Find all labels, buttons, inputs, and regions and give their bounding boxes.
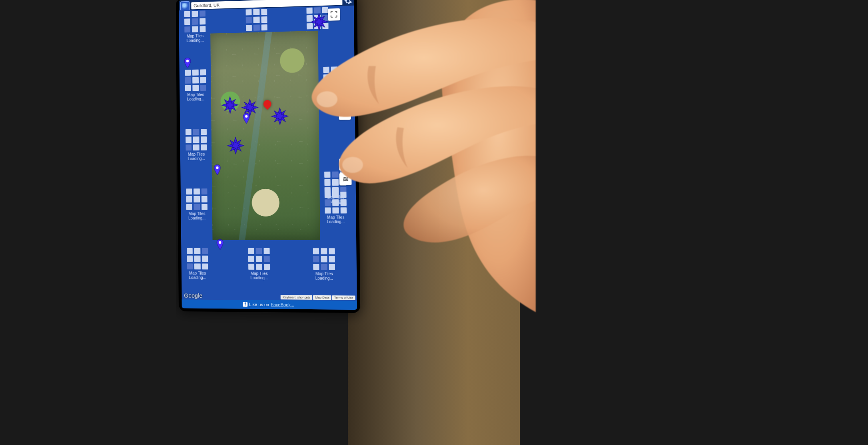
footer-link[interactable]: Map Data [313, 295, 331, 300]
aerial-tile[interactable] [210, 31, 320, 240]
marker-cluster[interactable] [221, 96, 239, 114]
tile-loading [241, 9, 272, 33]
tile-loading: Map Tiles Loading... [181, 129, 212, 161]
zoom-out-button[interactable]: − [339, 108, 351, 120]
phone-device: Guildford, UK Map Tiles Loading... Map T… [176, 0, 360, 313]
gear-icon[interactable] [344, 0, 352, 5]
zoom-in-button[interactable]: + [339, 94, 351, 106]
map-pin[interactable] [216, 239, 223, 250]
tile-loading: Map Tiles Loading... [180, 10, 210, 43]
facebook-link[interactable]: FaceBook... [271, 302, 294, 307]
map-pin[interactable] [243, 113, 250, 124]
tile-loading: Map Tiles Loading... [182, 188, 212, 220]
pillarbox-right [768, 0, 868, 445]
stage: Guildford, UK Map Tiles Loading... Map T… [0, 0, 868, 445]
phone-screen[interactable]: Guildford, UK Map Tiles Loading... Map T… [179, 0, 357, 310]
pillarbox-left [0, 0, 176, 445]
bottom-text: Like us on [249, 302, 269, 307]
map-pin[interactable] [184, 58, 191, 68]
desk-surface [348, 0, 520, 445]
tile-loading: Map Tiles Loading... [182, 248, 213, 280]
locate-button[interactable]: ◎ [339, 158, 351, 171]
facebook-icon[interactable]: f [243, 302, 247, 307]
map-viewport[interactable]: Map Tiles Loading... Map Tiles Loading..… [179, 6, 357, 301]
tile-loading: Map Tiles Loading... [243, 248, 275, 280]
footer-link[interactable]: Terms of Use [332, 295, 355, 300]
marker-cluster[interactable] [271, 107, 289, 126]
map-pin[interactable] [214, 164, 221, 175]
map-footer-links: Keyboard shortcuts Map Data Terms of Use [281, 295, 355, 300]
tile-loading: Map Tiles Loading... [308, 248, 340, 281]
tile-loading: Map Tiles Loading... [320, 192, 352, 224]
layers-button[interactable]: ≋ [339, 173, 352, 185]
marker-cluster[interactable] [310, 12, 329, 32]
footer-link[interactable]: Keyboard shortcuts [281, 295, 312, 300]
bottom-bar: f Like us on FaceBook... [182, 299, 357, 310]
marker-cluster[interactable] [226, 136, 245, 155]
fullscreen-button[interactable]: ⛶ [328, 8, 340, 21]
tile-loading: Map Tiles Loading... [180, 69, 211, 102]
app-icon[interactable] [180, 1, 190, 11]
google-attribution: Google [184, 293, 202, 299]
